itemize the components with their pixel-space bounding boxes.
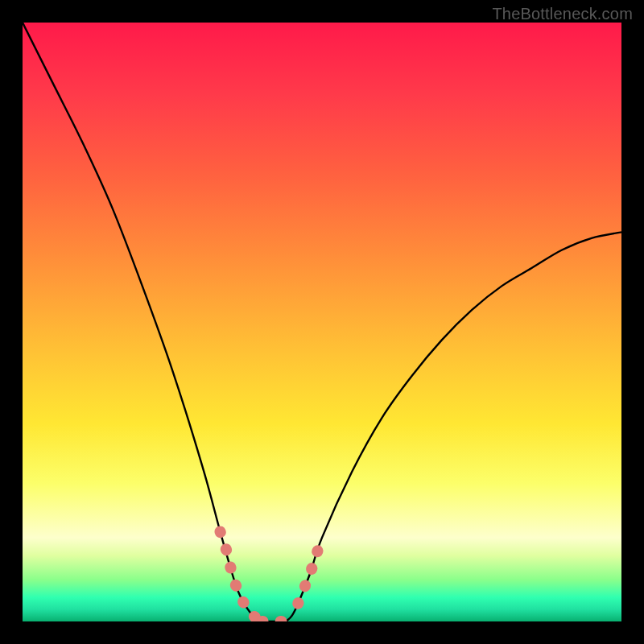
right-curve bbox=[286, 232, 621, 621]
chart-area bbox=[23, 23, 621, 621]
marker-left bbox=[221, 531, 269, 620]
chart-svg bbox=[23, 23, 621, 621]
watermark-text: TheBottleneck.com bbox=[492, 5, 633, 23]
left-curve bbox=[23, 23, 262, 621]
